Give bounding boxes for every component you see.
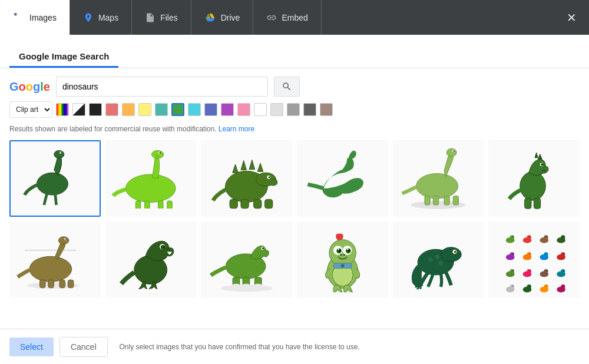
tab-maps[interactable]: Maps: [70, 0, 132, 35]
learn-more-link[interactable]: Learn more: [219, 125, 254, 133]
svg-point-86: [343, 254, 345, 256]
color-swatch-lgray[interactable]: [270, 103, 283, 116]
svg-point-50: [58, 237, 69, 244]
svg-rect-26: [265, 200, 273, 209]
tab-images[interactable]: Images: [0, 0, 70, 35]
color-swatch-orange[interactable]: [122, 103, 135, 116]
svg-point-69: [253, 284, 263, 289]
color-swatch-bw[interactable]: [72, 103, 85, 116]
filter-row: Clip art: [9, 101, 580, 118]
tab-files-label: Files: [160, 13, 178, 22]
svg-point-37: [454, 150, 455, 152]
search-button[interactable]: [274, 77, 300, 97]
svg-point-105: [561, 236, 565, 240]
image-cell-1[interactable]: [9, 140, 101, 217]
svg-rect-14: [167, 201, 172, 209]
color-swatch-yellow[interactable]: [138, 103, 151, 116]
svg-line-5: [55, 194, 56, 205]
svg-point-76: [341, 264, 344, 267]
files-icon: [145, 12, 155, 23]
color-swatch-dgray[interactable]: [303, 103, 316, 116]
svg-point-97: [512, 236, 513, 237]
tab-embed[interactable]: Embed: [253, 0, 321, 35]
svg-point-102: [544, 236, 548, 240]
image-cell-3[interactable]: [201, 140, 292, 217]
image-cell-7[interactable]: [9, 221, 101, 298]
svg-point-106: [563, 236, 564, 237]
color-swatch-red[interactable]: [105, 103, 118, 116]
svg-point-46: [541, 164, 543, 166]
svg-point-100: [529, 236, 530, 237]
image-cell-10[interactable]: [297, 221, 388, 298]
license-notice: Results shown are labeled for commercial…: [0, 123, 589, 137]
svg-point-114: [544, 252, 548, 256]
svg-rect-33: [434, 196, 439, 205]
svg-point-84: [347, 249, 349, 250]
tab-images-label: Images: [29, 13, 57, 22]
svg-point-3: [54, 151, 64, 158]
color-swatch-blue[interactable]: [204, 103, 217, 116]
section-title-wrap: Google Image Search: [0, 35, 589, 68]
svg-point-109: [512, 253, 513, 254]
svg-marker-20: [249, 160, 254, 170]
svg-point-16: [160, 153, 161, 154]
svg-point-139: [546, 286, 547, 286]
color-swatch-purple[interactable]: [221, 103, 234, 116]
color-swatch-green[interactable]: [171, 103, 184, 116]
search-area: Google Clip art: [0, 68, 589, 123]
image-cell-8[interactable]: [105, 221, 197, 298]
image-cell-6[interactable]: [488, 140, 580, 217]
svg-point-30: [416, 174, 458, 198]
svg-point-124: [529, 270, 530, 271]
svg-point-56: [65, 239, 66, 240]
color-swatch-white[interactable]: [254, 103, 267, 116]
color-swatch-rainbow[interactable]: [56, 103, 69, 116]
image-cell-5[interactable]: [393, 140, 484, 217]
svg-point-67: [231, 284, 241, 289]
svg-marker-21: [258, 163, 263, 171]
tab-drive[interactable]: Drive: [191, 0, 254, 35]
search-input[interactable]: [56, 77, 268, 97]
image-cell-4[interactable]: [297, 140, 388, 217]
cancel-button[interactable]: Cancel: [59, 337, 108, 357]
close-button[interactable]: ✕: [554, 0, 589, 35]
color-swatch-black[interactable]: [89, 103, 102, 116]
svg-point-130: [563, 270, 564, 271]
image-cell-9[interactable]: [201, 221, 292, 298]
search-row: Google: [9, 77, 580, 97]
svg-point-2: [37, 173, 68, 196]
svg-point-118: [563, 253, 564, 254]
svg-point-138: [544, 284, 548, 289]
select-button[interactable]: Select: [9, 337, 54, 356]
color-swatch-brown[interactable]: [320, 103, 333, 116]
svg-rect-25: [254, 200, 262, 209]
svg-point-111: [527, 252, 531, 256]
image-cell-11[interactable]: [393, 221, 484, 298]
svg-point-120: [509, 269, 514, 273]
color-swatch-pink[interactable]: [237, 103, 250, 116]
svg-point-115: [546, 253, 547, 254]
image-cell-12[interactable]: [488, 221, 580, 298]
svg-rect-52: [48, 280, 54, 288]
type-filter-select[interactable]: Clip art: [9, 101, 52, 118]
svg-point-121: [512, 270, 513, 271]
svg-marker-19: [241, 161, 246, 170]
svg-point-10: [152, 151, 164, 159]
svg-point-141: [561, 284, 565, 289]
color-swatch-teal[interactable]: [155, 103, 168, 116]
svg-point-136: [529, 286, 530, 286]
svg-point-94: [439, 262, 443, 266]
embed-icon: [266, 12, 277, 23]
svg-point-129: [561, 269, 565, 273]
svg-point-9: [126, 174, 176, 202]
image-cell-2[interactable]: [105, 140, 197, 217]
tab-files[interactable]: Files: [132, 0, 191, 35]
svg-point-91: [454, 252, 456, 253]
footer-notice: Only select images that you have confirm…: [120, 343, 360, 351]
color-swatch-cyan[interactable]: [188, 103, 201, 116]
svg-rect-34: [444, 196, 449, 205]
svg-point-99: [527, 236, 531, 240]
svg-point-103: [546, 236, 547, 237]
color-swatch-gray[interactable]: [287, 103, 300, 116]
svg-point-142: [563, 286, 564, 286]
